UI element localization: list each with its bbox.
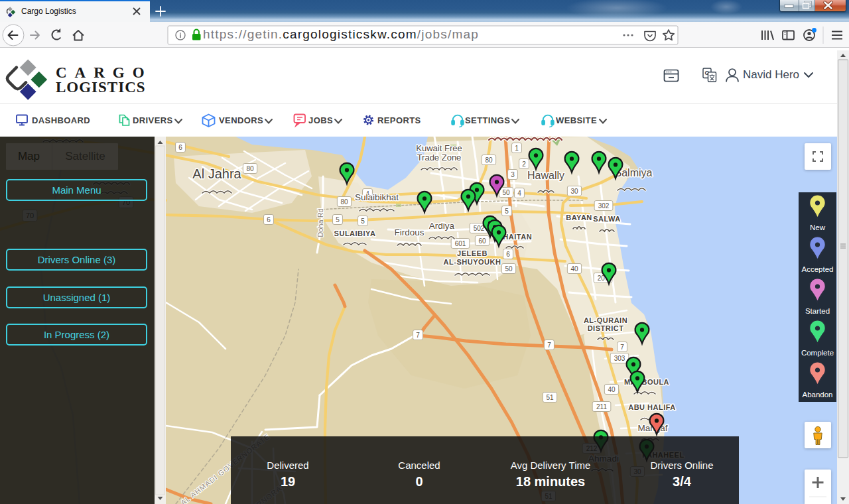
svg-text:80: 80 (485, 157, 493, 164)
svg-text:5: 5 (336, 216, 340, 223)
svg-text:Complete: Complete (801, 349, 834, 357)
svg-text:6: 6 (178, 144, 182, 151)
svg-text:JELEEB: JELEEB (457, 249, 488, 257)
svg-text:601: 601 (455, 240, 466, 247)
svg-text:4: 4 (517, 190, 521, 197)
svg-text:40: 40 (608, 386, 616, 393)
svg-text:SULAIBIYA: SULAIBIYA (334, 229, 376, 237)
svg-text:7: 7 (620, 344, 624, 351)
svg-text:Ardiya: Ardiya (429, 221, 455, 231)
svg-text:30: 30 (570, 188, 578, 195)
svg-text:LOGISTICS: LOGISTICS (56, 79, 146, 95)
svg-text:302: 302 (598, 202, 610, 210)
svg-text:Hawally: Hawally (527, 170, 564, 181)
svg-text:6: 6 (267, 216, 271, 223)
svg-text:211: 211 (596, 403, 607, 410)
svg-text:3: 3 (511, 171, 515, 178)
svg-text:7: 7 (547, 342, 551, 349)
svg-text:Started: Started (805, 307, 830, 315)
svg-text:1: 1 (515, 145, 519, 152)
svg-text:DISTRICT: DISTRICT (588, 324, 624, 332)
svg-text:Trade Zone: Trade Zone (417, 153, 462, 162)
svg-text:51: 51 (546, 394, 554, 401)
svg-text:80: 80 (246, 165, 254, 172)
svg-text:5: 5 (361, 218, 365, 225)
svg-text:Kuwait Free: Kuwait Free (416, 143, 462, 153)
svg-text:AL-SHUYOUKH: AL-SHUYOUKH (444, 258, 501, 266)
svg-text:Abandon: Abandon (802, 391, 832, 399)
svg-text:5: 5 (505, 208, 509, 215)
svg-text:303: 303 (614, 355, 625, 362)
svg-text:80: 80 (340, 198, 348, 206)
svg-text:BAYAN: BAYAN (566, 214, 592, 221)
svg-text:Firdous: Firdous (394, 227, 424, 237)
svg-text:Al Jahra: Al Jahra (192, 166, 241, 181)
svg-text:Doha Rd: Doha Rd (316, 208, 324, 237)
svg-text:40: 40 (570, 265, 578, 273)
svg-text:SALWA: SALWA (593, 215, 621, 223)
svg-text:7: 7 (416, 332, 420, 339)
svg-text:Accepted: Accepted (802, 265, 834, 273)
svg-text:New: New (810, 223, 826, 231)
svg-text:50: 50 (502, 189, 510, 196)
svg-text:Sulaibikhat: Sulaibikhat (355, 192, 399, 202)
svg-text:ABU HALIFA: ABU HALIFA (628, 403, 676, 411)
svg-text:AL-QURAIN: AL-QURAIN (584, 316, 627, 324)
svg-text:60: 60 (478, 237, 486, 245)
svg-text:50: 50 (505, 265, 513, 273)
svg-text:2: 2 (522, 160, 526, 168)
svg-text:6: 6 (506, 251, 510, 258)
